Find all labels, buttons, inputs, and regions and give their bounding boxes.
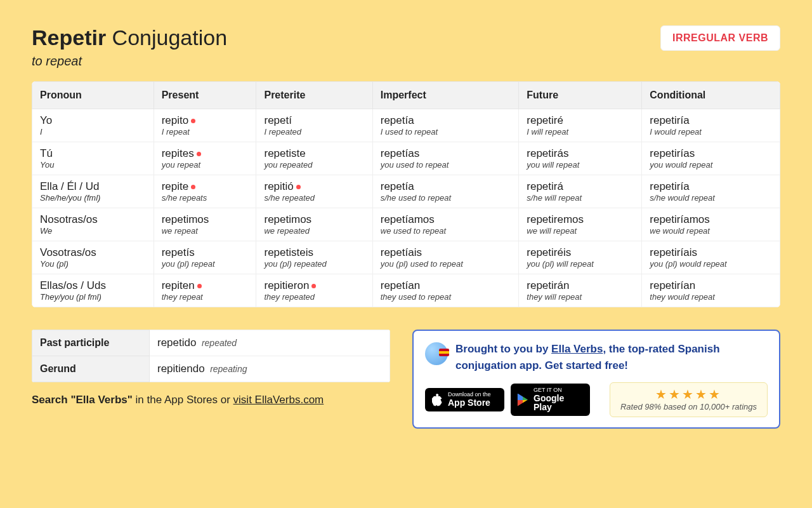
promo-pre: Brought to you by	[455, 343, 551, 355]
conjugation-cell: repitiós/he repeated	[256, 175, 372, 208]
pronoun-cell: Ella / Él / UdShe/he/you (fml)	[32, 175, 154, 208]
rating-text: Rated 98% based on 10,000+ ratings	[620, 402, 757, 411]
promo-box: Brought to you by Ella Verbs, the top-ra…	[412, 330, 780, 429]
table-row: Ellas/os / UdsThey/you (pl fml)repitenth…	[32, 274, 780, 307]
bottom-section: Past participle repetido repeated Gerund…	[32, 330, 780, 429]
irregular-badge: IRREGULAR VERB	[660, 25, 780, 51]
search-prefix: Search "Ella Verbs"	[32, 394, 133, 406]
search-middle: in the App Stores or	[133, 394, 233, 406]
conjugation-cell: repitoI repeat	[154, 109, 256, 142]
visit-link[interactable]: visit EllaVerbs.com	[233, 394, 324, 406]
conjugation-cell: repetirásyou will repeat	[519, 142, 642, 175]
table-row: TúYourepitesyou repeatrepetisteyou repea…	[32, 142, 780, 175]
irregular-dot-icon	[191, 185, 195, 189]
star-icon: ★★★★★	[620, 387, 757, 402]
conjugation-cell: repetiránthey will repeat	[519, 274, 642, 307]
conjugation-cell: repetísyou (pl) repeat	[154, 241, 256, 274]
conjugation-cell: repetiríamoswe would repeat	[642, 208, 780, 241]
gerund-gloss: repeating	[210, 364, 247, 374]
conjugation-cell: repetiremoswe will repeat	[519, 208, 642, 241]
conjugation-cell: repetiríasyou would repeat	[642, 142, 780, 175]
column-header: Present	[154, 82, 256, 109]
participle-table: Past participle repetido repeated Gerund…	[32, 330, 390, 382]
column-header: Pronoun	[32, 82, 154, 109]
app-store-button[interactable]: Download on the App Store	[425, 388, 504, 411]
past-participle-cell: repetido repeated	[150, 330, 390, 356]
column-header: Conditional	[642, 82, 780, 109]
irregular-dot-icon	[296, 185, 301, 189]
page-title: Repetir Conjugation	[32, 25, 227, 50]
header: Repetir Conjugation to repeat IRREGULAR …	[32, 25, 780, 69]
column-header: Future	[519, 82, 642, 109]
conjugation-cell: repetimoswe repeat	[154, 208, 256, 241]
logo-icon	[425, 342, 448, 365]
verb-name: Repetir	[32, 25, 106, 50]
gerund-form: repitiendo	[157, 363, 205, 375]
conjugation-cell: repetiréI will repeat	[519, 109, 642, 142]
conjugation-cell: repetisteyou repeated	[256, 142, 372, 175]
conjugation-cell: repetíanthey used to repeat	[372, 274, 519, 307]
conjugation-cell: repetíaI used to repeat	[372, 109, 519, 142]
conjugation-cell: repetiríanthey would repeat	[642, 274, 780, 307]
table-row: Ella / Él / UdShe/he/you (fml)repites/he…	[32, 175, 780, 208]
gerund-label: Gerund	[32, 356, 150, 382]
pronoun-cell: Nosotras/osWe	[32, 208, 154, 241]
promo-head: Brought to you by Ella Verbs, the top-ra…	[425, 341, 768, 373]
search-note: Search "Ella Verbs" in the App Stores or…	[32, 394, 390, 406]
gerund-cell: repitiendo repeating	[150, 356, 390, 382]
table-row: YoIrepitoI repeatrepetíI repeatedrepetía…	[32, 109, 780, 142]
conjugation-table: PronounPresentPreteriteImperfectFutureCo…	[32, 81, 780, 307]
promo-link[interactable]: Ella Verbs	[551, 343, 603, 355]
conjugation-cell: repitenthey repeat	[154, 274, 256, 307]
past-participle-gloss: repeated	[202, 338, 237, 348]
column-header: Imperfect	[372, 82, 519, 109]
pronoun-cell: Ellas/os / UdsThey/you (pl fml)	[32, 274, 154, 307]
gplay-big: Google Play	[534, 394, 582, 412]
conjugation-cell: repetíasyou used to repeat	[372, 142, 519, 175]
conjugation-cell: repitesyou repeat	[154, 142, 256, 175]
conjugation-cell: repites/he repeats	[154, 175, 256, 208]
past-participle-label: Past participle	[32, 330, 150, 356]
table-row: Vosotras/osYou (pl)repetísyou (pl) repea…	[32, 241, 780, 274]
irregular-dot-icon	[197, 152, 201, 156]
pronoun-cell: TúYou	[32, 142, 154, 175]
google-play-button[interactable]: GET IT ON Google Play	[511, 384, 590, 416]
conjugation-cell: repetisteisyou (pl) repeated	[256, 241, 372, 274]
column-header: Preterite	[256, 82, 372, 109]
conjugation-cell: repetíamoswe used to repeat	[372, 208, 519, 241]
irregular-dot-icon	[191, 119, 195, 123]
conjugation-cell: repetiréisyou (pl) will repeat	[519, 241, 642, 274]
left-column: Past participle repetido repeated Gerund…	[32, 330, 390, 406]
pronoun-cell: YoI	[32, 109, 154, 142]
conjugation-cell: repetimoswe repeated	[256, 208, 372, 241]
pronoun-cell: Vosotras/osYou (pl)	[32, 241, 154, 274]
appstore-big: App Store	[448, 398, 497, 408]
conjugation-cell: repetiríaI would repeat	[642, 109, 780, 142]
conjugation-cell: repetías/he used to repeat	[372, 175, 519, 208]
conjugation-cell: repetíaisyou (pl) used to repeat	[372, 241, 519, 274]
title-block: Repetir Conjugation to repeat	[32, 25, 227, 69]
table-row: Nosotras/osWerepetimoswe repeatrepetimos…	[32, 208, 780, 241]
past-participle-form: repetido	[157, 337, 196, 349]
conjugation-cell: repetiríaisyou (pl) would repeat	[642, 241, 780, 274]
promo-text: Brought to you by Ella Verbs, the top-ra…	[455, 341, 768, 373]
conjugation-cell: repetíI repeated	[256, 109, 372, 142]
conjugation-cell: repetirías/he would repeat	[642, 175, 780, 208]
irregular-dot-icon	[311, 284, 316, 288]
rating-box: ★★★★★ Rated 98% based on 10,000+ ratings	[610, 382, 768, 417]
title-suffix: Conjugation	[112, 25, 227, 50]
verb-meaning: to repeat	[32, 54, 227, 69]
conjugation-cell: repetirás/he will repeat	[519, 175, 642, 208]
promo-row: Download on the App Store GET IT ON Goog…	[425, 382, 768, 417]
conjugation-cell: repitieronthey repeated	[256, 274, 372, 307]
irregular-dot-icon	[197, 284, 202, 288]
